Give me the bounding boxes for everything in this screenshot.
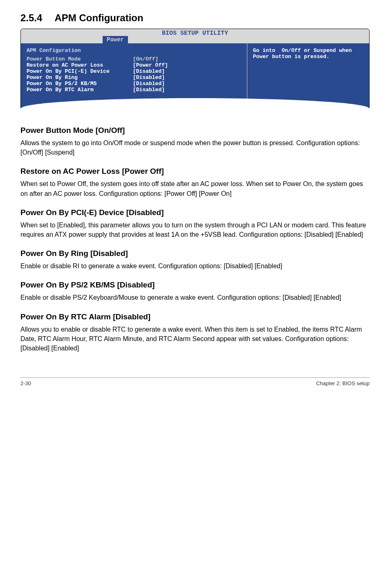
sub-heading: Restore on AC Power Loss [Power Off]: [20, 167, 370, 176]
sub-heading: Power On By Ring [Disabled]: [20, 249, 370, 258]
bios-panel-title: APM Configuration: [27, 47, 241, 54]
bios-help-text: Go into On/Off or Suspend when Power but…: [253, 47, 363, 60]
bios-header: BIOS SETUP UTILITY Power: [21, 29, 369, 43]
bios-label: Restore on AC Power Loss: [27, 62, 133, 68]
page-footer: 2-30 Chapter 2: BIOS setup: [20, 377, 370, 386]
content-section: Power On By RTC Alarm [Disabled] Allows …: [20, 312, 370, 353]
content-section: Power On By PS/2 KB/MS [Disabled] Enable…: [20, 281, 370, 302]
chapter-label: Chapter 2: BIOS setup: [316, 380, 370, 386]
bios-value: [On/Off]: [133, 56, 241, 62]
bios-value: [Disabled]: [133, 68, 241, 74]
bios-screenshot: BIOS SETUP UTILITY Power APM Configurati…: [20, 29, 370, 110]
bios-header-title: BIOS SETUP UTILITY: [162, 30, 228, 37]
bios-box: BIOS SETUP UTILITY Power APM Configurati…: [20, 29, 370, 110]
bios-row-ps2[interactable]: Power On By PS/2 KB/MS [Disabled]: [27, 81, 241, 87]
body-text: Enable or disable RI to generate a wake …: [20, 261, 370, 271]
bios-row-rtc[interactable]: Power On By RTC Alarm [Disabled]: [27, 87, 241, 93]
page-number: 2-30: [20, 380, 31, 386]
section-number: 2.5.4: [20, 12, 42, 23]
body-text: When set to Power Off, the system goes i…: [20, 179, 370, 198]
bios-label: Power On By PCI(-E) Device: [27, 68, 133, 74]
sub-heading: Power On By RTC Alarm [Disabled]: [20, 312, 370, 321]
body-text: When set to [Enabled], this parameter al…: [20, 220, 370, 239]
bios-tab-power[interactable]: Power: [103, 36, 128, 43]
content-section: Power On By PCI(-E) Device [Disabled] Wh…: [20, 208, 370, 239]
section-heading: 2.5.4APM Configuration: [20, 12, 370, 24]
bios-row-power-button-mode[interactable]: Power Button Mode [On/Off]: [27, 56, 241, 62]
body-text: Enable or disable PS/2 Keyboard/Mouse to…: [20, 293, 370, 302]
sub-heading: Power On By PCI(-E) Device [Disabled]: [20, 208, 370, 217]
bios-row-pci[interactable]: Power On By PCI(-E) Device [Disabled]: [27, 68, 241, 74]
bios-value: [Disabled]: [133, 81, 241, 87]
bios-row-ring[interactable]: Power On By Ring [Disabled]: [27, 74, 241, 81]
bios-label: Power On By Ring: [27, 74, 133, 81]
body-text: Allows you to enable or disable RTC to g…: [20, 325, 370, 353]
sub-heading: Power Button Mode [On/Off]: [20, 126, 370, 135]
content-section: Restore on AC Power Loss [Power Off] Whe…: [20, 167, 370, 198]
content-section: Power Button Mode [On/Off] Allows the sy…: [20, 126, 370, 157]
body-text: Allows the system to go into On/Off mode…: [20, 138, 370, 157]
bios-label: Power Button Mode: [27, 56, 133, 62]
section-title: APM Configuration: [54, 12, 143, 23]
bios-value: [Disabled]: [133, 74, 241, 81]
bios-value: [Disabled]: [133, 87, 241, 93]
sub-heading: Power On By PS/2 KB/MS [Disabled]: [20, 281, 370, 290]
bios-label: Power On By RTC Alarm: [27, 87, 133, 93]
bios-value: [Power Off]: [133, 62, 241, 68]
bios-label: Power On By PS/2 KB/MS: [27, 81, 133, 87]
bios-row-restore-ac[interactable]: Restore on AC Power Loss [Power Off]: [27, 62, 241, 68]
content-section: Power On By Ring [Disabled] Enable or di…: [20, 249, 370, 271]
